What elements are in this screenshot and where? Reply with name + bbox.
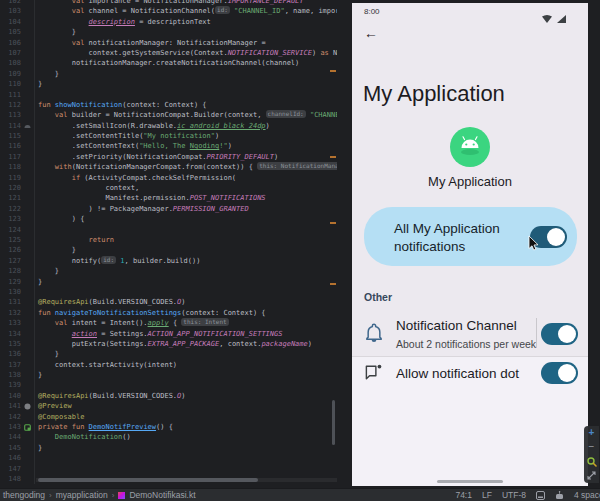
code-line[interactable]: 122 ) != PackageManager.PERMISSION_GRANT… bbox=[0, 204, 337, 214]
magnifier-icon[interactable] bbox=[585, 456, 598, 468]
code-line[interactable]: 115 .setContentTitle("My notification") bbox=[0, 131, 337, 141]
code-line[interactable]: 135 putExtra(Settings.EXTRA_APP_PACKAGE,… bbox=[0, 339, 337, 349]
code-line[interactable]: 133 val intent = Intent().apply { this: … bbox=[0, 318, 337, 328]
line-number[interactable]: 106 bbox=[0, 38, 21, 48]
line-number[interactable]: 142 bbox=[0, 412, 21, 422]
code-line[interactable]: 130 bbox=[0, 287, 337, 297]
code-line[interactable]: 105 } bbox=[0, 27, 337, 37]
code-line[interactable]: 110} bbox=[0, 79, 337, 89]
code-line[interactable]: 132fun navigateToNotificationSettings(co… bbox=[0, 308, 337, 318]
code-line[interactable]: 109 } bbox=[0, 69, 337, 79]
fit-to-window-icon[interactable] bbox=[585, 470, 598, 482]
line-number[interactable]: 141 bbox=[0, 401, 21, 411]
error-stripe-mark[interactable] bbox=[330, 156, 336, 158]
navigation-gesture-bar[interactable] bbox=[437, 480, 503, 483]
preview-gutter[interactable] bbox=[21, 401, 34, 411]
line-number[interactable]: 125 bbox=[0, 235, 21, 245]
line-number[interactable]: 137 bbox=[0, 360, 21, 370]
line-number[interactable]: 136 bbox=[0, 349, 21, 359]
line-number[interactable]: 134 bbox=[0, 329, 21, 339]
code-line[interactable]: 117 .setPriority(NotificationCompat.PRIO… bbox=[0, 152, 337, 162]
code-line[interactable]: 129} bbox=[0, 277, 337, 287]
line-number[interactable]: 147 bbox=[0, 464, 21, 474]
line-number[interactable]: 144 bbox=[0, 432, 21, 442]
code-line[interactable]: 104 description = descriptionText bbox=[0, 17, 337, 27]
line-number[interactable]: 103 bbox=[0, 6, 21, 16]
line-number[interactable]: 145 bbox=[0, 443, 21, 453]
code-line[interactable]: 114 .setSmallIcon(R.drawable.ic_android_… bbox=[0, 121, 337, 131]
code-line[interactable]: 123 ) { bbox=[0, 214, 337, 224]
line-number[interactable]: 105 bbox=[0, 27, 21, 37]
code-line[interactable]: 119 if (ActivityCompat.checkSelfPermissi… bbox=[0, 173, 337, 183]
line-number[interactable]: 118 bbox=[0, 162, 21, 172]
code-line[interactable]: 145} bbox=[0, 443, 337, 453]
channel-toggle[interactable] bbox=[541, 362, 578, 384]
line-number[interactable]: 109 bbox=[0, 69, 21, 79]
line-number[interactable]: 119 bbox=[0, 173, 21, 183]
breadcrumb-module[interactable]: thengoding bbox=[3, 490, 45, 500]
code-line[interactable]: 146 bbox=[0, 453, 337, 463]
line-number[interactable]: 108 bbox=[0, 58, 21, 68]
code-line[interactable]: 140@RequiresApi(Build.VERSION_CODES.O) bbox=[0, 391, 337, 401]
channel-toggle[interactable] bbox=[541, 323, 578, 345]
line-number[interactable]: 124 bbox=[0, 225, 21, 235]
line-number[interactable]: 146 bbox=[0, 453, 21, 463]
line-number[interactable]: 104 bbox=[0, 17, 21, 27]
code-line[interactable]: 126 } bbox=[0, 245, 337, 255]
code-line[interactable]: 125 return bbox=[0, 235, 337, 245]
line-number[interactable]: 115 bbox=[0, 131, 21, 141]
code-line[interactable]: 121 Manifest.permission.POST_NOTIFICATIO… bbox=[0, 193, 337, 203]
ai-assistant-icon[interactable] bbox=[555, 491, 564, 500]
line-number[interactable]: 120 bbox=[0, 183, 21, 193]
code-line[interactable]: 147 bbox=[0, 464, 337, 474]
line-number[interactable]: 112 bbox=[0, 100, 21, 110]
line-number[interactable]: 131 bbox=[0, 297, 21, 307]
code-line[interactable]: 116 .setContentText("Hello, The Ngoding!… bbox=[0, 141, 337, 151]
error-stripe-mark[interactable] bbox=[330, 283, 336, 285]
line-number[interactable]: 113 bbox=[0, 110, 21, 120]
code-line[interactable]: 131@RequiresApi(Build.VERSION_CODES.O) bbox=[0, 297, 337, 307]
code-line[interactable]: 137 context.startActivity(intent) bbox=[0, 360, 337, 370]
code-line[interactable]: 142@Composable bbox=[0, 412, 337, 422]
zoom-in-button[interactable]: + bbox=[585, 427, 598, 439]
code-line[interactable]: 144 DemoNotification() bbox=[0, 432, 337, 442]
error-stripe-mark[interactable] bbox=[330, 222, 336, 224]
channel-row[interactable]: Allow notification dot bbox=[352, 359, 588, 399]
code-line[interactable]: 141@Preview bbox=[0, 401, 337, 411]
line-number[interactable]: 130 bbox=[0, 287, 21, 297]
line-number[interactable]: 111 bbox=[0, 90, 21, 100]
file-encoding[interactable]: UTF-8 bbox=[502, 490, 526, 500]
back-button[interactable]: ← bbox=[361, 23, 381, 43]
line-number[interactable]: 143 bbox=[0, 422, 21, 432]
line-number[interactable]: 114 bbox=[0, 121, 21, 131]
code-line[interactable]: 127 notify(id: 1, builder.build()) bbox=[0, 256, 337, 266]
code-line[interactable]: 139 bbox=[0, 380, 337, 390]
line-number[interactable]: 129 bbox=[0, 277, 21, 287]
code-line[interactable]: 118 with(NotificationManagerCompat.from(… bbox=[0, 162, 337, 172]
code-line[interactable]: 143private fun DemoNotifPreview() { bbox=[0, 422, 337, 432]
line-number[interactable]: 126 bbox=[0, 245, 21, 255]
code-line[interactable]: 113 val builder = NotificationCompat.Bui… bbox=[0, 110, 337, 120]
line-number[interactable]: 121 bbox=[0, 193, 21, 203]
code-line[interactable]: 107 context.getSystemService(Context.NOT… bbox=[0, 48, 337, 58]
code-line[interactable]: 128 } bbox=[0, 266, 337, 276]
line-number[interactable]: 110 bbox=[0, 79, 21, 89]
code-line[interactable]: 120 context, bbox=[0, 183, 337, 193]
line-number[interactable]: 132 bbox=[0, 308, 21, 318]
compose-gutter[interactable] bbox=[21, 422, 34, 432]
line-separator[interactable]: LF bbox=[482, 490, 492, 500]
code-line[interactable]: 136 } bbox=[0, 349, 337, 359]
line-number[interactable]: 148 bbox=[0, 474, 21, 484]
line-number[interactable]: 117 bbox=[0, 152, 21, 162]
line-number[interactable]: 128 bbox=[0, 266, 21, 276]
line-number[interactable]: 139 bbox=[0, 380, 21, 390]
code-line[interactable]: 103 val channel = NotificationChannel(id… bbox=[0, 6, 337, 16]
error-stripe-mark[interactable] bbox=[330, 70, 336, 72]
line-number[interactable]: 116 bbox=[0, 141, 21, 151]
zoom-out-button[interactable]: − bbox=[585, 441, 598, 453]
indent-setting[interactable]: 4 spaces bbox=[574, 490, 600, 500]
line-number[interactable]: 140 bbox=[0, 391, 21, 401]
caret-position[interactable]: 74:1 bbox=[455, 490, 472, 500]
code-line[interactable]: 124 bbox=[0, 225, 337, 235]
readonly-panel-icon[interactable] bbox=[536, 491, 545, 500]
